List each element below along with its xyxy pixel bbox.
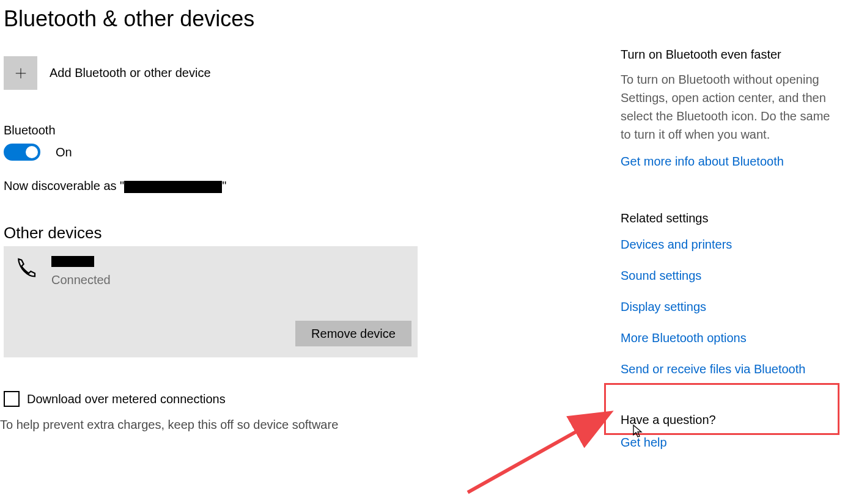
add-device-button[interactable]: Add Bluetooth or other device <box>4 56 419 90</box>
related-heading: Related settings <box>621 211 841 225</box>
link-sound-settings[interactable]: Sound settings <box>621 269 841 283</box>
other-devices-heading: Other devices <box>4 224 419 243</box>
metered-checkbox[interactable] <box>4 391 20 407</box>
device-name-redacted <box>51 256 94 267</box>
bluetooth-toggle[interactable] <box>4 144 40 161</box>
device-status: Connected <box>51 273 111 287</box>
bluetooth-label: Bluetooth <box>4 123 419 137</box>
device-card[interactable]: Connected Remove device <box>4 246 418 357</box>
link-get-help[interactable]: Get help <box>621 436 841 450</box>
metered-help-text: To help prevent extra charges, keep this… <box>0 418 419 432</box>
device-name-redacted <box>124 181 222 193</box>
add-device-label: Add Bluetooth or other device <box>50 66 211 80</box>
tip-section: Turn on Bluetooth even faster To turn on… <box>621 48 841 169</box>
discoverable-suffix: " <box>222 179 226 192</box>
bluetooth-toggle-state: On <box>56 145 72 159</box>
page-title: Bluetooth & other devices <box>4 6 419 32</box>
discoverable-prefix: Now discoverable as " <box>4 179 124 192</box>
link-more-bluetooth-options[interactable]: More Bluetooth options <box>621 331 841 345</box>
phone-icon <box>11 254 40 283</box>
plus-icon <box>4 56 37 90</box>
related-settings-section: Related settings Devices and printers So… <box>621 211 841 376</box>
tip-body: To turn on Bluetooth without opening Set… <box>621 70 841 144</box>
help-section: Have a question? Get help <box>621 413 841 450</box>
discoverable-text: Now discoverable as "" <box>4 179 419 193</box>
link-send-receive-files[interactable]: Send or receive files via Bluetooth <box>621 362 841 376</box>
link-devices-and-printers[interactable]: Devices and printers <box>621 238 841 252</box>
help-heading: Have a question? <box>621 413 841 427</box>
tip-heading: Turn on Bluetooth even faster <box>621 48 841 62</box>
svg-line-3 <box>468 416 604 492</box>
annotation-arrow <box>465 407 618 499</box>
remove-device-button[interactable]: Remove device <box>295 321 411 346</box>
toggle-knob <box>26 146 38 158</box>
tip-link[interactable]: Get more info about Bluetooth <box>621 155 841 169</box>
metered-label: Download over metered connections <box>27 392 226 406</box>
link-display-settings[interactable]: Display settings <box>621 300 841 314</box>
